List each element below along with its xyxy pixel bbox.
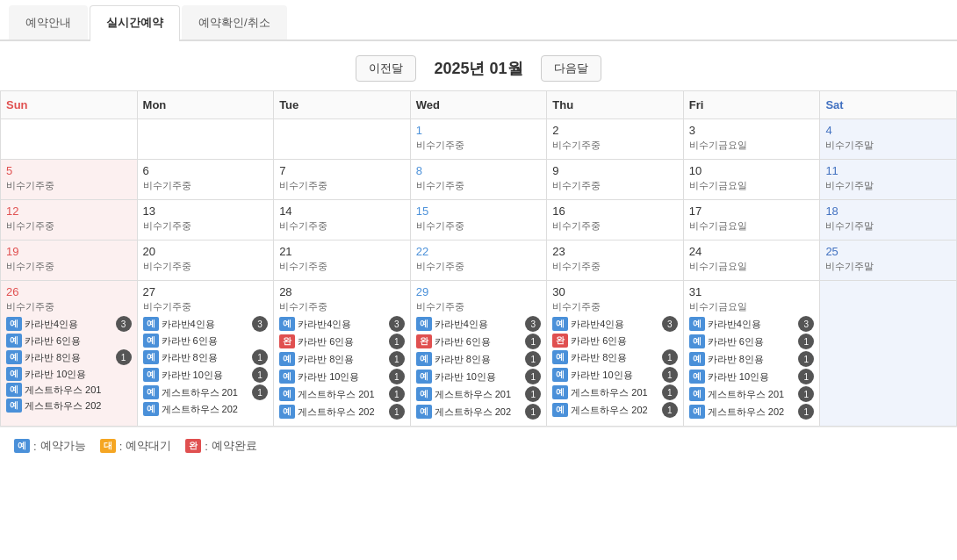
booking-count: 1 (389, 404, 405, 420)
booking-row[interactable]: 예게스트하우스 202 (6, 398, 132, 413)
booking-row[interactable]: 예카라반 6인용1 (689, 334, 815, 349)
calendar-cell-3-3[interactable]: 22비수기주중 (410, 241, 547, 281)
booking-row[interactable]: 예게스트하우스 202 (143, 402, 269, 416)
booking-row[interactable]: 예카라반 6인용 (143, 334, 269, 348)
calendar-cell-4-0[interactable]: 26비수기주중예카라반4인용3예카라반 6인용예카라반 8인용1예카라반 10인… (1, 281, 138, 427)
booking-row[interactable]: 예게스트하우스 2011 (689, 386, 815, 402)
booking-row[interactable]: 예게스트하우스 2011 (552, 384, 678, 400)
calendar-cell-2-5[interactable]: 17비수기금요일 (683, 200, 820, 241)
calendar-cell-1-3[interactable]: 8비수기주중 (410, 160, 547, 200)
calendar-table: SunMonTueWedThuFriSat 1비수기주중2비수기주중3비수기금요… (0, 90, 957, 427)
booking-row[interactable]: 예카라반 6인용 (6, 334, 132, 348)
booking-row[interactable]: 예카라반4인용3 (689, 316, 815, 332)
day-number: 22 (416, 245, 542, 258)
calendar-cell-3-1[interactable]: 20비수기주중 (137, 241, 274, 281)
booking-row[interactable]: 예카라반4인용3 (552, 316, 678, 332)
calendar-cell-4-6[interactable] (820, 281, 957, 427)
booking-row[interactable]: 예카라반 10인용1 (279, 369, 405, 384)
weekday-header-sun: Sun (1, 91, 138, 119)
booking-row[interactable]: 완카라반 6인용 (552, 334, 678, 348)
booking-name: 게스트하우스 201 (708, 388, 784, 401)
booking-name: 카라반 10인용 (435, 370, 496, 384)
booking-count: 1 (525, 386, 541, 402)
app-container: 예약안내실시간예약예약확인/취소 이전달 2025년 01월 다음달 SunMo… (0, 0, 957, 560)
tab-0[interactable]: 예약안내 (9, 5, 88, 39)
booking-row[interactable]: 예카라반4인용3 (6, 316, 132, 332)
booking-name: 카라반 10인용 (571, 369, 632, 382)
booking-tag: 예 (416, 387, 432, 401)
booking-row[interactable]: 예게스트하우스 2021 (279, 404, 405, 420)
tab-1[interactable]: 실시간예약 (90, 5, 180, 41)
next-month-button[interactable]: 다음달 (541, 55, 601, 82)
calendar-cell-3-0[interactable]: 19비수기주중 (1, 241, 138, 281)
booking-count: 1 (525, 351, 541, 367)
booking-row[interactable]: 예카라반4인용3 (416, 316, 542, 332)
calendar-cell-3-2[interactable]: 21비수기주중 (274, 241, 411, 281)
calendar-cell-4-5[interactable]: 31비수기금요일예카라반4인용3예카라반 6인용1예카라반 8인용1예카라반 1… (683, 281, 820, 427)
calendar-cell-1-6[interactable]: 11비수기주말 (820, 160, 957, 200)
calendar-cell-2-6[interactable]: 18비수기주말 (820, 200, 957, 241)
booking-row[interactable]: 예카라반 10인용1 (416, 369, 542, 384)
calendar-cell-1-4[interactable]: 9비수기주중 (547, 160, 684, 200)
booking-count: 1 (252, 349, 268, 365)
booking-row[interactable]: 예카라반 8인용1 (279, 351, 405, 367)
calendar-cell-3-4[interactable]: 23비수기주중 (547, 241, 684, 281)
calendar-cell-0-3[interactable]: 1비수기주중 (410, 119, 547, 160)
booking-row[interactable]: 완카라반 6인용1 (416, 334, 542, 349)
tab-bar: 예약안내실시간예약예약확인/취소 (0, 0, 957, 41)
calendar-cell-2-3[interactable]: 15비수기주중 (410, 200, 547, 241)
booking-row[interactable]: 예카라반 8인용1 (689, 351, 815, 367)
calendar-cell-0-1[interactable] (137, 119, 274, 160)
booking-row[interactable]: 예게스트하우스 2021 (689, 404, 815, 420)
calendar-cell-2-0[interactable]: 12비수기주중 (1, 200, 138, 241)
calendar-cell-0-0[interactable] (1, 119, 138, 160)
booking-row[interactable]: 예카라반 10인용1 (143, 367, 269, 383)
calendar-cell-0-4[interactable]: 2비수기주중 (547, 119, 684, 160)
booking-row[interactable]: 예카라반4인용3 (279, 316, 405, 332)
booking-row[interactable]: 예카라반 8인용1 (416, 351, 542, 367)
day-number: 21 (279, 245, 405, 258)
calendar-cell-1-5[interactable]: 10비수기금요일 (683, 160, 820, 200)
calendar-cell-4-1[interactable]: 27비수기주중예카라반4인용3예카라반 6인용예카라반 8인용1예카라반 10인… (137, 281, 274, 427)
day-status: 비수기주중 (416, 219, 542, 233)
tab-2[interactable]: 예약확인/취소 (182, 5, 287, 39)
booking-row[interactable]: 예게스트하우스 201 (6, 383, 132, 397)
calendar-cell-0-5[interactable]: 3비수기금요일 (683, 119, 820, 160)
calendar-cell-3-6[interactable]: 25비수기주말 (820, 241, 957, 281)
calendar-cell-3-5[interactable]: 24비수기금요일 (683, 241, 820, 281)
calendar-cell-2-4[interactable]: 16비수기주중 (547, 200, 684, 241)
calendar-cell-2-2[interactable]: 14비수기주중 (274, 200, 411, 241)
calendar-cell-2-1[interactable]: 13비수기주중 (137, 200, 274, 241)
prev-month-button[interactable]: 이전달 (356, 55, 416, 82)
day-status: 비수기주중 (279, 300, 405, 313)
calendar-cell-0-6[interactable]: 4비수기주말 (820, 119, 957, 160)
calendar-cell-4-3[interactable]: 29비수기주중예카라반4인용3완카라반 6인용1예카라반 8인용1예카라반 10… (410, 281, 547, 427)
booking-row[interactable]: 예게스트하우스 2011 (279, 386, 405, 402)
calendar-cell-1-1[interactable]: 6비수기주중 (137, 160, 274, 200)
booking-row[interactable]: 예카라반 10인용 (6, 367, 132, 381)
day-status: 비수기주중 (143, 179, 269, 192)
booking-row[interactable]: 완카라반 6인용1 (279, 334, 405, 349)
calendar-cell-4-4[interactable]: 30비수기주중예카라반4인용3완카라반 6인용예카라반 8인용1예카라반 10인… (547, 281, 684, 427)
booking-row[interactable]: 예카라반 8인용1 (143, 349, 269, 365)
booking-row[interactable]: 예게스트하우스 2021 (416, 404, 542, 420)
calendar-cell-4-2[interactable]: 28비수기주중예카라반4인용3완카라반 6인용1예카라반 8인용1예카라반 10… (274, 281, 411, 427)
booking-row[interactable]: 예카라반 10인용1 (689, 369, 815, 384)
booking-count: 1 (389, 386, 405, 402)
booking-row[interactable]: 예게스트하우스 2011 (416, 386, 542, 402)
booking-name: 카라반 10인용 (708, 370, 769, 384)
booking-row[interactable]: 예카라반4인용3 (143, 316, 269, 332)
weekday-header-wed: Wed (410, 91, 547, 119)
booking-row[interactable]: 예카라반 10인용1 (552, 367, 678, 383)
booking-tag: 예 (143, 385, 159, 399)
calendar-cell-1-2[interactable]: 7비수기주중 (274, 160, 411, 200)
booking-row[interactable]: 예게스트하우스 2021 (552, 402, 678, 418)
calendar-cell-0-2[interactable] (274, 119, 411, 160)
booking-row[interactable]: 예게스트하우스 2011 (143, 384, 269, 400)
day-status: 비수기주중 (279, 260, 405, 273)
booking-tag: 예 (552, 368, 568, 382)
calendar-cell-1-0[interactable]: 5비수기주중 (1, 160, 138, 200)
booking-row[interactable]: 예카라반 8인용1 (552, 349, 678, 365)
booking-row[interactable]: 예카라반 8인용1 (6, 349, 132, 365)
booking-name: 카라반4인용 (298, 318, 351, 331)
